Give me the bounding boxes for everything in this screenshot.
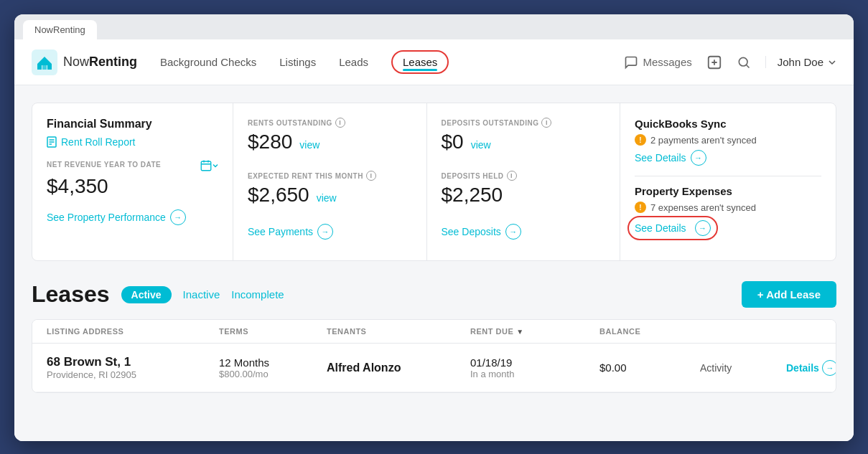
financial-summary-title: Financial Summary — [47, 118, 218, 131]
nav-leads[interactable]: Leads — [339, 42, 368, 82]
report-icon — [47, 136, 57, 148]
rent-roll-report-link[interactable]: Rent Roll Report — [47, 136, 218, 148]
property-expenses-warning: ! 7 expenses aren't synced — [635, 202, 821, 213]
messages-button[interactable]: Messages — [624, 55, 691, 70]
add-button[interactable] — [706, 55, 722, 70]
lease-table: LISTING ADDRESS TERMS TENANTS RENT DUE ▼… — [32, 319, 836, 393]
sort-icon[interactable]: ▼ — [516, 328, 523, 336]
performance-arrow: → — [170, 209, 186, 225]
svg-rect-1 — [42, 65, 47, 70]
details-arrow: → — [822, 360, 836, 376]
row-activity[interactable]: Activity — [700, 361, 786, 374]
deposits-held-info-icon[interactable]: i — [507, 171, 517, 181]
deposits-held-amount: $2,250 — [442, 184, 503, 207]
net-revenue-label: NET REVENUE YEAR TO DATE — [47, 161, 161, 169]
property-expenses-section: Property Expenses ! 7 expenses aren't sy… — [635, 185, 821, 236]
rents-outstanding-label: RENTS OUTSTANDING i — [248, 118, 412, 128]
row-balance: $0.00 — [599, 361, 700, 374]
deposits-held-row: $2,250 — [442, 184, 606, 212]
expected-rent-row: $2,650 view — [248, 184, 412, 212]
row-details[interactable]: Details → — [786, 360, 836, 376]
nav-links: Background Checks Listings Leads Leases — [160, 42, 624, 82]
deposits-arrow: → — [505, 224, 521, 240]
card-divider — [635, 176, 821, 176]
leases-header: Leases Active Inactive Incomplete + Add … — [32, 281, 836, 308]
col-rent-due: RENT DUE ▼ — [470, 327, 599, 336]
calendar-button[interactable] — [200, 159, 218, 172]
dropdown-icon — [213, 163, 218, 169]
col-tenants: TENANTS — [327, 327, 470, 336]
property-expenses-see-details-link[interactable]: See Details → — [635, 220, 711, 236]
svg-rect-11 — [201, 161, 211, 171]
rents-outstanding-row: $280 view — [248, 131, 412, 159]
quickbooks-see-details-link[interactable]: See Details → — [635, 150, 821, 166]
user-menu[interactable]: John Doe — [765, 56, 836, 68]
deposits-outstanding-row: $0 view — [442, 131, 606, 159]
rents-outstanding-amount: $280 — [248, 131, 292, 153]
deposits-outstanding-amount: $0 — [442, 131, 464, 153]
row-tenant: Alfred Alonzo — [327, 361, 470, 374]
main-content: Financial Summary Rent Roll Report NET R… — [14, 85, 854, 441]
quickbooks-title: QuickBooks Sync — [635, 118, 821, 130]
property-expenses-warning-icon: ! — [635, 202, 646, 213]
col-address: LISTING ADDRESS — [47, 327, 219, 336]
leases-title: Leases — [32, 281, 110, 308]
row-address: 68 Brown St, 1 Providence, RI 02905 — [47, 355, 219, 380]
deposits-card: DEPOSITS OUTSTANDING i $0 view DEPOSITS … — [427, 103, 621, 260]
svg-point-5 — [739, 57, 747, 66]
table-row: 68 Brown St, 1 Providence, RI 02905 12 M… — [32, 344, 836, 392]
property-expenses-title: Property Expenses — [635, 185, 821, 197]
deposits-held-label: DEPOSITS HELD i — [442, 171, 606, 181]
see-performance-link[interactable]: See Property Performance → — [47, 209, 218, 225]
search-icon — [737, 55, 751, 70]
navbar: NowRenting Background Checks Listings Le… — [14, 39, 854, 85]
leases-underline — [403, 69, 437, 71]
expected-view-link[interactable]: view — [317, 192, 337, 204]
expected-rent-info-icon[interactable]: i — [366, 171, 376, 181]
integrations-card: QuickBooks Sync ! 2 payments aren't sync… — [620, 103, 836, 260]
col-balance: BALANCE — [599, 327, 700, 336]
financial-summary: Financial Summary Rent Roll Report NET R… — [32, 103, 836, 261]
deposits-view-link[interactable]: view — [471, 139, 491, 151]
col-activity — [700, 327, 786, 336]
deposits-outstanding-info-icon[interactable]: i — [541, 118, 551, 128]
search-button[interactable] — [737, 55, 751, 70]
active-badge[interactable]: Active — [121, 286, 172, 303]
quickbooks-details-arrow: → — [691, 150, 706, 166]
inactive-filter[interactable]: Inactive — [183, 288, 220, 301]
property-expenses-details-arrow: → — [695, 220, 711, 236]
col-terms: TERMS — [219, 327, 327, 336]
row-terms: 12 Months $800.00/mo — [219, 356, 327, 379]
deposits-outstanding-label: DEPOSITS OUTSTANDING i — [442, 118, 606, 128]
table-header: LISTING ADDRESS TERMS TENANTS RENT DUE ▼… — [32, 320, 836, 344]
payments-arrow: → — [317, 224, 333, 240]
quickbooks-warning-icon: ! — [635, 134, 646, 146]
see-payments-link[interactable]: See Payments → — [248, 224, 412, 240]
net-revenue-amount: $4,350 — [47, 175, 218, 198]
quickbooks-section: QuickBooks Sync ! 2 payments aren't sync… — [635, 118, 821, 166]
expected-rent-label: EXPECTED RENT THIS MONTH i — [248, 171, 412, 181]
quickbooks-warning: ! 2 payments aren't synced — [635, 134, 821, 146]
chevron-down-icon — [828, 58, 836, 67]
nav-leases[interactable]: Leases — [391, 50, 449, 74]
plus-square-icon — [706, 55, 722, 70]
calendar-icon — [200, 159, 213, 172]
nav-background-checks[interactable]: Background Checks — [160, 42, 256, 82]
rents-view-link[interactable]: view — [299, 139, 319, 151]
rents-card: RENTS OUTSTANDING i $280 view EXPECTED R… — [233, 103, 427, 260]
incomplete-filter[interactable]: Incomplete — [231, 288, 284, 301]
message-icon — [624, 55, 638, 70]
col-details — [786, 327, 836, 336]
logo-text: NowRenting — [63, 55, 137, 70]
browser-tab[interactable]: NowRenting — [23, 20, 97, 39]
expected-rent-amount: $2,650 — [248, 184, 309, 207]
nav-right: Messages John Doe — [624, 55, 836, 70]
nav-listings[interactable]: Listings — [279, 42, 316, 82]
add-lease-button[interactable]: + Add Lease — [742, 281, 836, 308]
logo[interactable]: NowRenting — [32, 49, 137, 75]
net-revenue-label-row: NET REVENUE YEAR TO DATE — [47, 159, 218, 172]
rents-info-icon[interactable]: i — [335, 118, 345, 128]
financial-summary-card: Financial Summary Rent Roll Report NET R… — [32, 103, 233, 260]
row-rent-due: 01/18/19 In a month — [470, 356, 599, 379]
see-deposits-link[interactable]: See Deposits → — [442, 224, 606, 240]
